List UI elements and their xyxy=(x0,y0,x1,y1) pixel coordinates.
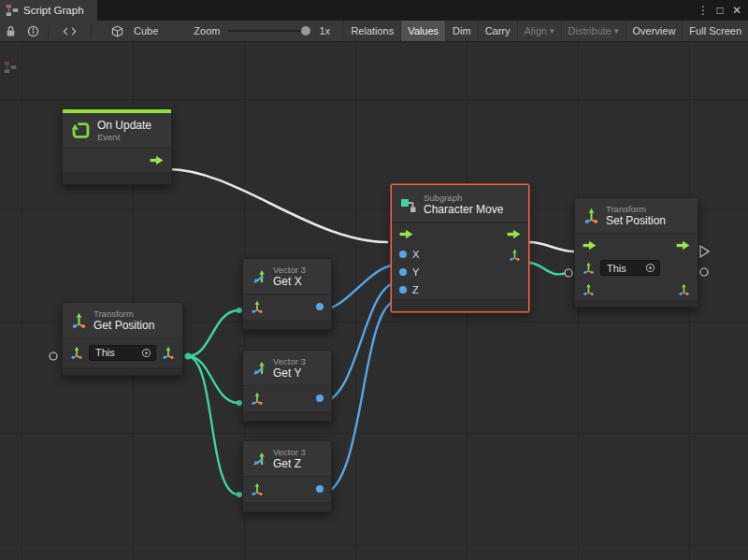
event-icon xyxy=(71,121,91,140)
value-output-port[interactable] xyxy=(316,303,324,310)
getposition-output-port[interactable] xyxy=(184,352,191,359)
zoom-slider-handle[interactable] xyxy=(301,26,310,36)
maximize-icon[interactable]: □ xyxy=(712,4,727,17)
node-category: Subgraph xyxy=(424,193,503,203)
value-input-port-y[interactable] xyxy=(399,268,407,276)
wire-getposition-to-gety[interactable] xyxy=(188,356,238,403)
value-input-port-x[interactable] xyxy=(399,251,407,258)
node-category: Event xyxy=(97,132,151,142)
wire-charactermove-to-setposition-target[interactable] xyxy=(529,263,567,274)
close-icon[interactable]: ✕ xyxy=(729,4,744,17)
vector3-icon xyxy=(252,452,266,467)
carry-button[interactable]: Carry xyxy=(478,21,517,41)
target-dropdown[interactable]: This xyxy=(600,260,660,276)
value-output-port[interactable] xyxy=(316,485,324,493)
setposition-flow-out-empty-port[interactable] xyxy=(700,246,709,257)
target-object-label[interactable]: Cube xyxy=(129,25,163,36)
window-controls: ⋮ □ ✕ xyxy=(696,0,748,21)
zoom-label: Zoom xyxy=(189,25,224,36)
align-label: Align xyxy=(525,25,547,36)
vector3-icon xyxy=(252,361,266,376)
value-output-port[interactable] xyxy=(316,395,324,402)
target-dropdown[interactable]: This xyxy=(89,345,156,361)
lock-icon[interactable] xyxy=(0,21,22,41)
overview-button[interactable]: Overview xyxy=(626,21,683,41)
fullscreen-button[interactable]: Full Screen xyxy=(682,21,748,41)
distribute-label: Distribute xyxy=(568,25,611,36)
node-category: Vector 3 xyxy=(273,356,306,366)
graph-canvas[interactable]: On Update Event Transform Get Position xyxy=(0,42,748,560)
vector-port-icon[interactable] xyxy=(162,346,175,359)
unity-script-graph-window: Script Graph ⋮ □ ✕ Cube Zoom 1x Relation… xyxy=(0,0,748,560)
node-get-y[interactable]: Vector 3 Get Y xyxy=(242,350,332,422)
target-value: This xyxy=(95,347,115,358)
transform-icon xyxy=(583,208,599,223)
toolbar-separator xyxy=(91,24,92,38)
object-picker-icon[interactable] xyxy=(141,348,151,358)
align-button[interactable]: Align ▾ xyxy=(517,21,561,41)
setposition-target-port[interactable] xyxy=(565,269,572,277)
flow-output-port[interactable] xyxy=(507,229,521,239)
node-footer xyxy=(392,299,528,311)
flow-output-port[interactable] xyxy=(676,240,690,251)
wire-charactermove-to-setposition-flow[interactable] xyxy=(529,242,574,251)
node-footer xyxy=(243,320,331,329)
node-footer xyxy=(243,411,331,421)
values-button[interactable]: Values xyxy=(400,21,445,41)
node-title: On Update xyxy=(97,119,151,132)
zoom-slider[interactable] xyxy=(228,25,310,36)
getposition-target-empty-port[interactable] xyxy=(50,352,57,360)
relations-button[interactable]: Relations xyxy=(343,21,400,41)
graph-toolbar: Cube Zoom 1x Relations Values Dim Carry … xyxy=(0,21,748,42)
node-title: Get X xyxy=(273,275,306,288)
node-character-move[interactable]: Subgraph Character Move X Y Z xyxy=(391,184,529,312)
node-footer xyxy=(63,172,171,184)
transform-icon xyxy=(71,312,87,328)
flow-input-port[interactable] xyxy=(583,240,597,251)
distribute-button[interactable]: Distribute ▾ xyxy=(561,21,626,41)
flow-output-port[interactable] xyxy=(150,155,164,165)
zoom-slider-track[interactable] xyxy=(228,30,310,32)
node-get-position[interactable]: Transform Get Position This xyxy=(62,302,183,376)
tab-title: Script Graph xyxy=(23,5,84,16)
transform-output-port-icon[interactable] xyxy=(509,249,521,261)
transform-port-icon[interactable] xyxy=(583,262,595,274)
node-category: Transform xyxy=(94,309,154,319)
node-category: Vector 3 xyxy=(273,265,306,275)
object-picker-icon[interactable] xyxy=(645,263,655,273)
node-get-x[interactable]: Vector 3 Get X xyxy=(242,258,332,330)
node-title: Get Position xyxy=(94,319,154,332)
code-view-icon[interactable] xyxy=(51,21,88,41)
node-title: Character Move xyxy=(424,203,503,216)
wire-onupdate-to-charactermove[interactable] xyxy=(168,169,387,242)
wire-getposition-to-getx[interactable] xyxy=(188,310,238,356)
setposition-value-out-empty-port[interactable] xyxy=(700,268,708,276)
tab-bar: Script Graph ⋮ □ ✕ xyxy=(0,0,748,21)
vector-input-port-icon[interactable] xyxy=(583,283,595,295)
vector-input-port-icon[interactable] xyxy=(251,392,264,405)
transform-port-icon[interactable] xyxy=(70,346,83,359)
node-title: Set Position xyxy=(606,214,666,227)
info-icon[interactable] xyxy=(22,21,45,41)
cube-icon xyxy=(106,21,129,41)
flow-input-port[interactable] xyxy=(399,229,413,239)
vector-input-port-icon[interactable] xyxy=(251,482,264,495)
vector3-icon xyxy=(252,269,266,284)
port-label-y: Y xyxy=(412,266,419,278)
dim-button[interactable]: Dim xyxy=(445,21,478,41)
vector-input-port-icon[interactable] xyxy=(251,300,264,313)
transform-output-port-icon[interactable] xyxy=(678,283,690,295)
subgraph-icon xyxy=(400,196,417,213)
node-footer xyxy=(63,367,182,375)
port-label-z: Z xyxy=(412,284,419,295)
tab-script-graph[interactable]: Script Graph xyxy=(0,0,97,21)
menu-icon[interactable]: ⋮ xyxy=(696,4,711,17)
wire-getposition-to-getz[interactable] xyxy=(188,356,238,495)
node-on-update[interactable]: On Update Event xyxy=(62,108,172,185)
node-set-position[interactable]: Transform Set Position This xyxy=(574,197,698,308)
node-get-z[interactable]: Vector 3 Get Z xyxy=(242,440,332,512)
node-title: Get Y xyxy=(273,366,306,380)
value-input-port-z[interactable] xyxy=(399,286,407,294)
node-category: Transform xyxy=(606,204,666,214)
node-title: Get Z xyxy=(273,457,306,470)
